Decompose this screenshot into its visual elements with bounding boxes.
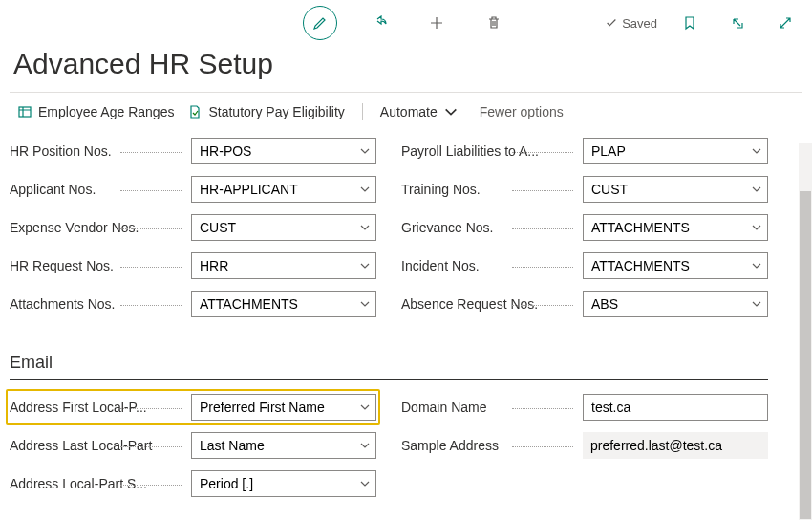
field-control[interactable] [583,252,768,279]
bookmark-icon [682,15,697,31]
field-input[interactable] [192,258,353,273]
field-control[interactable] [583,214,768,241]
action-employee-age-ranges[interactable]: Employee Age Ranges [13,102,178,121]
field-control[interactable] [191,252,376,279]
content-area: HR Position Nos.Applicant Nos.Expense Ve… [0,129,812,511]
field-control[interactable] [191,432,376,459]
field-input[interactable] [192,220,353,235]
pencil-icon [312,15,328,31]
field-input[interactable] [584,296,745,312]
dropdown-toggle[interactable] [353,433,375,458]
field-label: HR Request Nos. [10,258,191,273]
field-input[interactable] [584,182,745,197]
dropdown-toggle[interactable] [745,177,767,202]
dropdown-toggle[interactable] [745,292,767,316]
action-statutory-pay[interactable]: Statutory Pay Eligibility [183,102,348,121]
field-label: Domain Name [401,400,583,415]
field-input[interactable] [192,438,353,453]
dropdown-toggle[interactable] [745,215,767,240]
field-control[interactable] [191,394,376,421]
field-label: HR Position Nos. [10,143,191,159]
delete-button[interactable] [479,8,509,38]
form-field: Grievance Nos. [401,211,768,244]
form-field: Attachments Nos. [10,288,376,320]
new-button[interactable] [421,8,452,38]
chevron-down-icon [751,298,762,310]
chevron-down-icon [751,184,762,195]
table-icon [17,104,32,119]
svg-rect-0 [19,107,31,117]
field-input[interactable] [192,476,353,491]
chevron-down-icon [359,184,371,195]
field-control[interactable] [583,176,768,203]
action-automate[interactable]: Automate [376,102,462,121]
field-label: Address First Local-P... [10,400,191,415]
form-field: Payroll Liabilities to A... [401,135,768,167]
chevron-down-icon [359,260,371,271]
form-field: Sample Address [401,429,768,462]
field-input[interactable] [192,182,353,197]
field-input[interactable] [584,143,745,159]
field-label: Expense Vendor Nos. [10,220,191,235]
popout-button[interactable] [722,8,753,38]
share-icon [372,15,387,31]
dropdown-toggle[interactable] [353,253,375,278]
field-input[interactable] [192,296,353,312]
dropdown-toggle[interactable] [353,471,375,496]
field-control[interactable] [191,291,376,317]
dropdown-toggle[interactable] [353,215,375,240]
field-input [583,438,768,453]
field-control[interactable] [583,138,768,164]
expand-button[interactable] [770,8,801,38]
form-field: Address First Local-P... [10,391,376,423]
field-label: Applicant Nos. [10,182,191,197]
field-control [583,432,768,459]
dropdown-toggle[interactable] [745,139,767,163]
chevron-down-icon [751,260,762,271]
form-field: Training Nos. [401,173,768,206]
field-control[interactable] [191,214,376,241]
chevron-down-icon [751,145,762,157]
expand-icon [778,15,793,31]
field-input[interactable] [192,143,353,159]
chevron-down-icon [359,145,371,157]
dropdown-toggle[interactable] [745,253,767,278]
email-fields-grid: Address First Local-P...Address Last Loc… [10,391,768,500]
saved-label: Saved [622,16,657,31]
field-label: Incident Nos. [401,258,583,273]
bookmark-button[interactable] [674,8,705,38]
field-input[interactable] [192,400,353,415]
field-label: Address Local-Part S... [10,476,191,491]
dropdown-toggle[interactable] [353,395,375,420]
dropdown-toggle[interactable] [353,139,375,163]
page-title: Advanced HR Setup [0,46,812,92]
chevron-down-icon [443,104,459,119]
field-input[interactable] [584,258,745,273]
chevron-down-icon [359,478,371,489]
field-control[interactable] [191,138,376,164]
field-input[interactable] [584,220,745,235]
field-label: Attachments Nos. [10,296,191,312]
separator [362,103,363,120]
form-field: Expense Vendor Nos. [10,211,376,244]
field-label: Absence Request Nos. [401,296,583,312]
field-control[interactable] [583,394,768,421]
edit-button[interactable] [303,6,337,40]
dropdown-toggle[interactable] [353,292,375,316]
form-field: Absence Request Nos. [401,288,768,320]
form-field: Applicant Nos. [10,173,376,206]
email-section-header: Email [10,353,768,380]
field-control[interactable] [191,470,376,497]
field-input[interactable] [584,400,767,415]
check-icon [605,16,618,30]
trash-icon [486,15,502,31]
form-field: HR Request Nos. [10,250,376,282]
fewer-options[interactable]: Fewer options [480,104,564,119]
nos-fields-grid: HR Position Nos.Applicant Nos.Expense Ve… [10,135,768,320]
form-field: Incident Nos. [401,250,768,282]
field-control[interactable] [583,291,768,317]
field-control[interactable] [191,176,376,203]
field-label: Training Nos. [401,182,583,197]
share-button[interactable] [364,8,395,38]
dropdown-toggle[interactable] [353,177,375,202]
